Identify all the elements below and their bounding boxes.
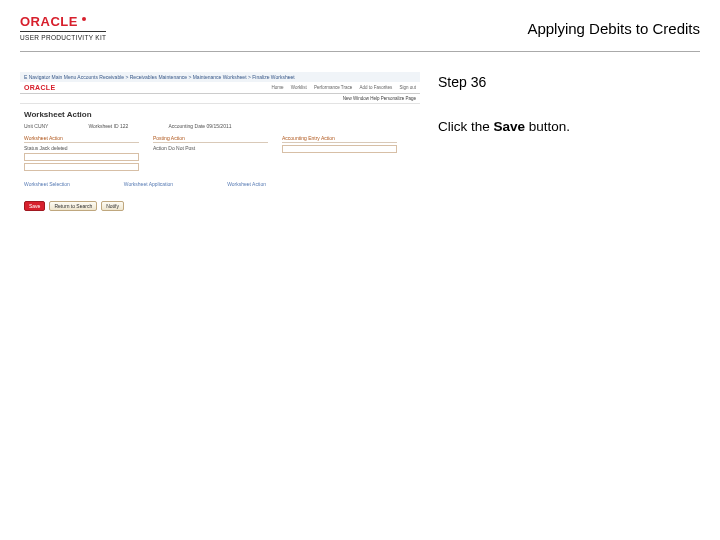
return-to-search-button[interactable]: Return to Search [49, 201, 97, 211]
tab-worklist[interactable]: Worklist [291, 85, 307, 90]
meta-unit: Unit CUNY [24, 123, 48, 129]
tab-favorites[interactable]: Add to Favorites [359, 85, 392, 90]
meta-accounting-date: Accounting Date 09/15/2011 [168, 123, 231, 129]
tab-perf-trace[interactable]: Performance Trace [314, 85, 352, 90]
instruction-post: button. [525, 119, 570, 134]
app-top-links: Home Worklist Performance Trace Add to F… [265, 85, 416, 90]
app-oracle-logo: ORACLE [24, 84, 55, 91]
delete-maintenance-items-button[interactable] [24, 163, 139, 171]
col-accounting-entry-action: Accounting Entry Action [282, 135, 397, 173]
col-posting-action: Posting Action Action Do Not Post [153, 135, 268, 173]
page-title: Applying Debits to Credits [527, 14, 700, 37]
app-subbar: New Window Help Personalize Page [20, 94, 420, 104]
link-worksheet-application[interactable]: Worksheet Application [124, 181, 173, 187]
step-label: Step 36 [438, 74, 700, 90]
create-review-entries-button-2[interactable] [282, 145, 397, 153]
app-header-row: ORACLE Home Worklist Performance Trace A… [20, 82, 420, 94]
col1-head: Worksheet Action [24, 135, 139, 143]
tab-home[interactable]: Home [271, 85, 283, 90]
oracle-wordmark: ORACLE [20, 14, 78, 29]
action-bar: Save Return to Search Notify [20, 195, 420, 217]
oracle-dot-icon [82, 17, 86, 21]
meta-worksheet-id: Worksheet ID 122 [88, 123, 128, 129]
breadcrumb: E Navigator Main Menu Accounts Receivabl… [20, 72, 420, 82]
oracle-logo: ORACLE [20, 14, 86, 29]
instruction-bold: Save [494, 119, 526, 134]
brand-subtitle: USER PRODUCTIVITY KIT [20, 31, 106, 41]
app-screenshot: E Navigator Main Menu Accounts Receivabl… [20, 72, 420, 252]
link-worksheet-selection[interactable]: Worksheet Selection [24, 181, 70, 187]
link-worksheet-action[interactable]: Worksheet Action [227, 181, 266, 187]
notify-button[interactable]: Notify [101, 201, 124, 211]
col1-status: Status Jack deleted [24, 145, 139, 151]
brand-block: ORACLE USER PRODUCTIVITY KIT [20, 14, 106, 41]
instruction-panel: Step 36 Click the Save button. [438, 72, 700, 136]
worksheet-meta: Unit CUNY Worksheet ID 122 Accounting Da… [20, 123, 420, 135]
col-worksheet-action: Worksheet Action Status Jack deleted [24, 135, 139, 173]
worksheet-nav-links: Worksheet Selection Worksheet Applicatio… [20, 173, 420, 195]
col2-head: Posting Action [153, 135, 268, 143]
worksheet-action-heading: Worksheet Action [20, 104, 420, 123]
worksheet-columns: Worksheet Action Status Jack deleted Pos… [20, 135, 420, 173]
save-button[interactable]: Save [24, 201, 45, 211]
col3-head: Accounting Entry Action [282, 135, 397, 143]
step-instruction: Click the Save button. [438, 118, 700, 136]
instruction-pre: Click the [438, 119, 494, 134]
col2-action: Action Do Not Post [153, 145, 268, 151]
page-header: ORACLE USER PRODUCTIVITY KIT Applying De… [0, 0, 720, 47]
tab-signout[interactable]: Sign out [399, 85, 416, 90]
create-review-entries-button[interactable] [24, 153, 139, 161]
content-area: E Navigator Main Menu Accounts Receivabl… [0, 52, 720, 252]
